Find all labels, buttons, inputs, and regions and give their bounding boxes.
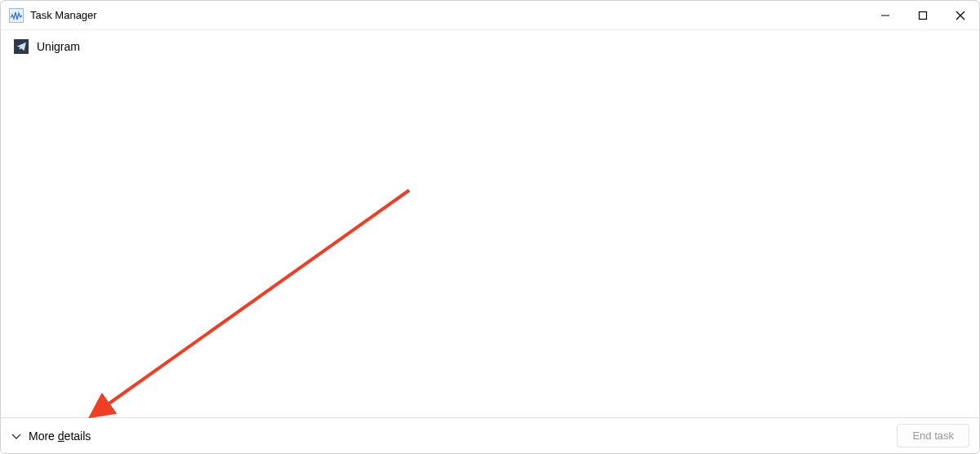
telegram-icon (14, 39, 29, 54)
process-name: Unigram (37, 40, 80, 53)
window-controls (866, 1, 979, 29)
window-titlebar: Task Manager (1, 1, 979, 30)
more-details-button[interactable]: More details (11, 430, 91, 443)
end-task-button[interactable]: End task (897, 424, 969, 447)
svg-line-5 (99, 190, 409, 411)
maximize-button[interactable] (904, 1, 942, 30)
close-button[interactable] (942, 1, 979, 30)
bottom-bar: More details End task (1, 417, 979, 453)
process-row[interactable]: Unigram (11, 35, 969, 58)
titlebar-left: Task Manager (9, 8, 97, 23)
minimize-button[interactable] (866, 1, 904, 30)
window-title: Task Manager (30, 9, 97, 21)
task-manager-icon (9, 8, 24, 23)
annotation-arrow (1, 1, 980, 454)
close-icon (956, 11, 965, 20)
chevron-down-icon (11, 430, 22, 442)
maximize-icon (918, 11, 928, 20)
minimize-icon (880, 11, 890, 20)
process-list: Unigram (1, 30, 979, 63)
more-details-label: More details (29, 430, 91, 443)
svg-rect-1 (920, 12, 927, 20)
